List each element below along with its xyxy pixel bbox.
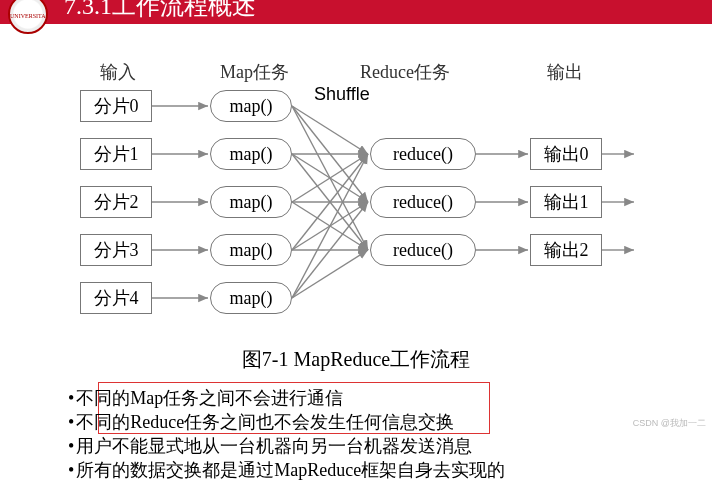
svg-line-15 [292, 202, 368, 250]
svg-line-9 [292, 154, 368, 202]
svg-line-17 [292, 154, 368, 298]
slide-header: UNIVERSITAS 7.3.1工作流程概述 [0, 0, 712, 24]
svg-line-11 [292, 154, 368, 202]
svg-line-7 [292, 106, 368, 250]
input-shard-3: 分片3 [80, 234, 152, 266]
slide-title: 7.3.1工作流程概述 [64, 0, 256, 19]
map-task-0: map() [210, 90, 292, 122]
svg-line-5 [292, 106, 368, 154]
shuffle-label: Shuffle [314, 84, 370, 105]
bullet-2: 不同的Reduce任务之间也不会发生任何信息交换 [68, 410, 505, 434]
map-task-2: map() [210, 186, 292, 218]
bullet-3: 用户不能显式地从一台机器向另一台机器发送消息 [68, 434, 505, 458]
map-task-1: map() [210, 138, 292, 170]
col-label-reduce: Reduce任务 [360, 60, 450, 84]
mapreduce-diagram: 输入 Map任务 Reduce任务 输出 Shuffle 分片0 分片1 分片2… [0, 24, 712, 324]
svg-line-18 [292, 202, 368, 298]
bullet-4: 所有的数据交换都是通过MapReduce框架自身去实现的 [68, 458, 505, 482]
watermark: CSDN @我加一二 [633, 417, 706, 430]
bullet-list: 不同的Map任务之间不会进行通信 不同的Reduce任务之间也不会发生任何信息交… [68, 386, 505, 482]
map-task-4: map() [210, 282, 292, 314]
svg-line-10 [292, 154, 368, 250]
svg-line-19 [292, 250, 368, 298]
output-2: 输出2 [530, 234, 602, 266]
figure-caption: 图7-1 MapReduce工作流程 [0, 346, 712, 373]
svg-line-13 [292, 202, 368, 250]
reduce-task-2: reduce() [370, 234, 476, 266]
svg-line-14 [292, 154, 368, 250]
input-shard-4: 分片4 [80, 282, 152, 314]
bullet-1: 不同的Map任务之间不会进行通信 [68, 386, 505, 410]
map-task-3: map() [210, 234, 292, 266]
svg-line-6 [292, 106, 368, 202]
reduce-task-0: reduce() [370, 138, 476, 170]
col-label-output: 输出 [547, 60, 583, 84]
input-shard-2: 分片2 [80, 186, 152, 218]
output-0: 输出0 [530, 138, 602, 170]
output-1: 输出1 [530, 186, 602, 218]
input-shard-0: 分片0 [80, 90, 152, 122]
col-label-input: 输入 [100, 60, 136, 84]
col-label-map: Map任务 [220, 60, 289, 84]
input-shard-1: 分片1 [80, 138, 152, 170]
reduce-task-1: reduce() [370, 186, 476, 218]
